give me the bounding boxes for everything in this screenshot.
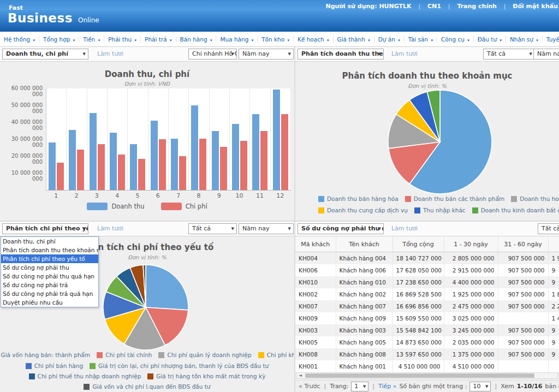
menu-item[interactable]: Bán hàng ▾ <box>176 36 216 43</box>
table-container: Mã kháchTên kháchTổng cộng1 - 30 ngày31 … <box>295 236 559 372</box>
legend-item[interactable]: Doanh thu hoạt động tài chính <box>511 195 559 202</box>
dropdown-option[interactable]: Duyệt phiếu nhu cầu <box>1 298 98 307</box>
dropdown-option[interactable]: Số dư công nợ phải thu <box>1 263 98 272</box>
table-row[interactable]: KH007Khách hàng 00716 696 856 0002 475 0… <box>295 300 559 312</box>
legend-item[interactable]: Giá trị còn lại, chi phí nhượng bán, tha… <box>90 363 269 369</box>
table-row[interactable]: KH002Khách hàng 00216 869 528 5001 925 0… <box>295 288 559 300</box>
legend-item[interactable]: Chi phí khác <box>258 352 294 358</box>
menu-item[interactable]: Nhân sự ▾ <box>506 36 542 43</box>
table-row[interactable]: KH003Khách hàng 00315 548 842 1003 245 0… <box>295 324 559 336</box>
legend-item[interactable]: Chi phí quản lý doanh nghiệp <box>158 352 251 358</box>
horizontal-scrollbar[interactable]: ◄ <box>296 372 558 379</box>
dropdown-option[interactable]: Số dư công nợ phải trả <box>1 281 98 289</box>
column-header[interactable]: 1 - 30 ngày <box>444 236 498 252</box>
table-cell <box>498 312 548 324</box>
change-password-link[interactable]: Đổi mật khẩu <box>513 3 558 10</box>
refresh-link[interactable]: Làm tươi <box>391 225 418 232</box>
table-row[interactable]: KH008Khách hàng 00813 597 650 0001 375 0… <box>295 348 559 360</box>
widget-select[interactable]: Phân tích chi phí theo yếu t▼ <box>2 223 88 234</box>
menu-item[interactable]: Đầu tư ▾ <box>473 36 506 43</box>
column-header[interactable]: Tên khách <box>336 236 393 252</box>
legend-item[interactable]: Doanh thu kinh doanh bất động sản đầu tư <box>472 207 559 213</box>
prev-page-link[interactable]: « Trước <box>299 383 320 390</box>
menu-item[interactable]: Hệ thống ▾ <box>0 36 39 43</box>
column-header[interactable]: Mã khách <box>295 236 336 252</box>
dropdown-option[interactable]: Số dư công nợ phải trả quá hạn <box>1 289 98 298</box>
table-row[interactable]: KH009Khách hàng 00915 609 550 0003 025 0… <box>295 312 559 324</box>
main-menu: Hệ thống ▾Tổng hợp ▾Tiền ▾Phải thu ▾Phải… <box>0 32 559 47</box>
panel-overdue-receivables: Số dư công nợ phải thu quá▼ Làm tươi Tất… <box>295 222 559 392</box>
menu-item[interactable]: Tiền ▾ <box>79 36 104 43</box>
branch-link[interactable]: CN1 <box>427 3 441 10</box>
bar <box>118 155 125 190</box>
scrollbar-thumb[interactable] <box>305 373 534 378</box>
chart-title: Doanh thu, chi phí <box>0 69 294 79</box>
bar <box>281 114 288 191</box>
menu-item[interactable]: Tuyển dụng ▾ <box>542 36 559 43</box>
scroll-left-arrow-icon[interactable]: ◄ <box>297 373 304 378</box>
period-select[interactable]: Năm nay▼ <box>533 49 559 60</box>
refresh-link[interactable]: Làm tươi <box>97 50 123 57</box>
chevron-down-icon: ▾ <box>431 38 433 43</box>
period-select[interactable]: Năm nay▼ <box>239 49 294 60</box>
legend-item[interactable]: Doanh thu cung cấp dịch vụ <box>318 207 408 213</box>
legend-item[interactable]: Chi phí thuế thu nhập doanh nghiệp <box>29 373 141 379</box>
record-range: 1-10/16 <box>517 383 543 390</box>
filter-select[interactable]: Tất cả▼ <box>483 49 535 60</box>
legend-item[interactable]: Chi phí bán hàng <box>26 363 83 369</box>
legend-row: Doanh thu bán hàng hóaDoanh thu bán các … <box>318 195 559 202</box>
legend-item[interactable]: Chi phí tài chính <box>97 352 152 358</box>
table-cell: 907 500 000 <box>498 348 548 360</box>
dropdown-option[interactable]: Số dư công nợ phải thu quá hạn <box>1 272 98 281</box>
dropdown-option[interactable]: Doanh thu, chi phí <box>1 237 98 246</box>
y-axis-tick-label: 40 000 000 000 <box>0 119 43 131</box>
chevron-down-icon: ▾ <box>73 38 75 43</box>
table-row[interactable]: KH001Khách hàng 0014 510 000 0004 510 00… <box>295 360 559 372</box>
legend-item[interactable]: Doanh thu bán các thành phẩm <box>405 195 505 202</box>
menu-item[interactable]: Công cụ ▾ <box>437 36 473 43</box>
menu-item[interactable]: Tồn kho ▾ <box>257 36 293 43</box>
dropdown-option[interactable]: Phân tích doanh thu theo khoản mục <box>1 246 98 254</box>
widget-select[interactable]: Phân tích doanh thu theo k▼ <box>298 49 384 60</box>
legend-item[interactable]: Giá vốn và chi phí l.quan đến BĐS đầu tư <box>84 383 210 390</box>
page-select[interactable]: 1▼ <box>351 382 368 391</box>
legend-item[interactable]: Chi phí <box>161 203 207 210</box>
table-row[interactable]: KH006Khách hàng 00617 628 050 0002 915 0… <box>295 264 559 276</box>
column-header[interactable]: 31 - 60 ngày <box>498 236 548 252</box>
legend-item[interactable]: Doanh thu <box>87 203 144 210</box>
menu-item[interactable]: Giá thành ▾ <box>333 36 374 43</box>
column-header[interactable]: Tổng cộng <box>393 236 444 252</box>
widget-select[interactable]: Doanh thu, chi phí▼ <box>2 49 88 60</box>
branch-select[interactable]: Chi nhánh Hồ Cl▼ <box>188 49 237 60</box>
dropdown-option[interactable]: Phân tích chi phí theo yếu tố <box>1 254 98 263</box>
bar <box>252 114 259 191</box>
x-axis-tick-label: 8 <box>188 192 209 199</box>
menu-item[interactable]: Dự án ▾ <box>374 36 404 43</box>
filter-select[interactable]: Tất cả▼ <box>188 223 237 234</box>
legend-item[interactable]: Thu nhập khác <box>414 207 466 213</box>
menu-item[interactable]: Kế hoạch ▾ <box>293 36 332 43</box>
legend-item[interactable]: Giá trị hàng tồn kho mất mát trong kỳ <box>147 373 265 379</box>
legend-item[interactable]: Giá vốn hàng bán: thành phẩm <box>0 352 90 358</box>
menu-item[interactable]: Tổng hợp ▾ <box>39 36 79 43</box>
per-page-select[interactable]: 10▼ <box>469 382 491 391</box>
table-row[interactable]: KH005Khách hàng 00514 873 650 0002 035 0… <box>295 336 559 348</box>
table-row[interactable]: KH010Khách hàng 01017 238 650 0004 400 0… <box>295 276 559 288</box>
next-page-link[interactable]: Tiếp » <box>378 383 396 390</box>
refresh-link[interactable]: Làm tươi <box>391 50 418 57</box>
menu-item[interactable]: Phải trả ▾ <box>140 36 175 43</box>
period-select[interactable]: Năm nay▼ <box>239 223 294 234</box>
menu-item[interactable]: Tài sản ▾ <box>404 36 437 43</box>
column-header[interactable]: 61 <box>548 236 559 252</box>
x-axis-tick-label: 6 <box>148 192 168 199</box>
menu-item[interactable]: Phải thu ▾ <box>104 36 140 43</box>
home-link[interactable]: Trang chính <box>457 3 496 10</box>
table-row[interactable]: KH004Khách hàng 00418 140 727 0002 805 0… <box>295 252 559 265</box>
refresh-link[interactable]: Làm tươi <box>97 225 123 232</box>
menu-item[interactable]: Mua hàng ▾ <box>216 36 257 43</box>
app-logo: Fast Business Online <box>8 5 99 25</box>
filter-select[interactable]: Tất cả▼ <box>538 223 559 234</box>
widget-select[interactable]: Số dư công nợ phải thu quá▼ <box>298 223 384 234</box>
per-page-label: Số bản ghi một trang : <box>400 383 467 390</box>
legend-item[interactable]: Doanh thu bán hàng hóa <box>318 195 399 202</box>
